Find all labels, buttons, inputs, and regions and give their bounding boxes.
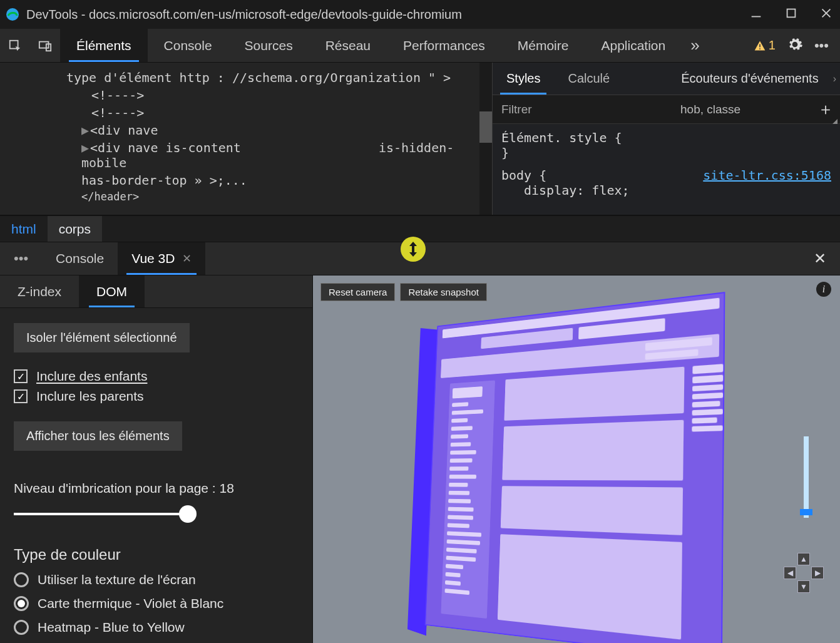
pan-right-button[interactable]: ▶	[811, 567, 824, 579]
tab-memory[interactable]: Mémoire	[501, 29, 585, 62]
subtab-listeners[interactable]: Écouteurs d'événements	[667, 63, 832, 95]
svg-rect-8	[759, 44, 761, 47]
styles-filter-row: Filtrer hob, classe ＋	[493, 95, 840, 124]
include-children-row[interactable]: ✓ Inclure des enfants	[14, 369, 299, 384]
tab-elements[interactable]: Éléments	[60, 29, 148, 62]
reset-camera-button[interactable]: Reset camera	[320, 283, 395, 301]
close-button[interactable]	[817, 6, 835, 23]
breadcrumb-item[interactable]: html	[0, 216, 48, 242]
isolate-element-button[interactable]: Isoler l'élément sélectionné	[14, 323, 190, 352]
pan-down-button[interactable]: ▼	[797, 580, 810, 593]
window-title: DevTools - docs.microsoft.com/en-us/micr…	[26, 8, 747, 22]
chevron-right-icon[interactable]: ›	[833, 73, 840, 85]
tab-network[interactable]: Réseau	[309, 29, 387, 62]
svg-rect-9	[759, 48, 761, 49]
class-toggle[interactable]: hob, classe	[680, 103, 740, 116]
radio-icon[interactable]	[14, 620, 29, 635]
show-all-elements-button[interactable]: Afficher tous les éléments	[14, 421, 182, 451]
stylesheet-link[interactable]: site-ltr.css:5168	[703, 168, 831, 183]
include-parents-row[interactable]: ✓ Inclure les parents	[14, 389, 299, 404]
radio-blue-row[interactable]: Heatmap - Blue to Yellow	[14, 620, 299, 635]
nesting-level-label: Niveau d'imbrication pour la page : 18	[14, 481, 299, 496]
breadcrumb-item[interactable]: corps	[48, 216, 102, 242]
checkbox-checked-icon[interactable]: ✓	[14, 389, 28, 403]
style-rule-close: }	[501, 145, 831, 160]
subtab-styles[interactable]: Styles	[493, 63, 554, 95]
main-tab-bar: Éléments Console Sources Réseau Performa…	[0, 29, 840, 63]
inspect-element-icon[interactable]	[0, 29, 30, 62]
maximize-button[interactable]	[782, 6, 800, 23]
dom-breadcrumb: html corps	[0, 215, 840, 242]
radio-purple-label: Carte thermique - Violet à Blanc	[38, 596, 223, 611]
subtab-zindex[interactable]: Z-index	[0, 275, 79, 307]
3d-canvas[interactable]: Reset camera Retake snapshot i	[313, 275, 840, 643]
drawer-tab-console[interactable]: Console	[42, 242, 118, 275]
tab-performance[interactable]: Performances	[387, 29, 501, 62]
new-style-rule-button[interactable]: ＋	[817, 98, 834, 120]
subtab-dom[interactable]: DOM	[79, 275, 145, 307]
tab-sources[interactable]: Sources	[228, 29, 309, 62]
radio-purple-row[interactable]: Carte thermique - Violet à Blanc	[14, 596, 299, 611]
device-mode-icon[interactable]	[30, 29, 60, 62]
filter-input[interactable]: Filtrer	[493, 103, 680, 116]
drawer-close-button[interactable]: ✕	[814, 250, 826, 267]
minimize-button[interactable]	[747, 6, 765, 23]
tab-application[interactable]: Application	[585, 29, 682, 62]
pan-dpad: ▲ ▼ ◀ ▶	[784, 553, 824, 593]
include-parents-label: Inclure les parents	[36, 389, 144, 404]
radio-icon[interactable]	[14, 572, 29, 587]
drawer-more-icon[interactable]: •••	[0, 250, 42, 267]
nav-cluster: ▲ ▼ ◀ ▶	[781, 436, 827, 593]
dom-line[interactable]: ▶<div nave	[66, 121, 492, 139]
tabs-overflow[interactable]: »	[682, 29, 708, 62]
dom-line[interactable]: has-border-top » >;...	[66, 172, 492, 189]
3dview-sidebar: Z-index DOM Isoler l'élément sélectionné…	[0, 275, 313, 643]
checkbox-checked-icon[interactable]: ✓	[14, 369, 28, 383]
svg-rect-6	[39, 41, 49, 48]
dom-line[interactable]: type d'élément http : //schema.org/Organ…	[66, 69, 492, 86]
dom-line[interactable]: <!---->	[66, 86, 492, 104]
color-type-heading: Type de couleur	[14, 546, 299, 563]
pan-up-button[interactable]: ▲	[797, 553, 810, 565]
dom-line[interactable]: </header>	[66, 189, 492, 204]
more-menu-icon[interactable]: •••	[814, 38, 829, 54]
resize-handle-icon[interactable]	[401, 237, 426, 262]
info-icon[interactable]: i	[816, 282, 831, 297]
tab-console[interactable]: Console	[148, 29, 228, 62]
svg-rect-2	[787, 9, 796, 17]
styles-panel: Styles Calculé Écouteurs d'événements › …	[492, 63, 840, 215]
zoom-slider[interactable]	[804, 436, 809, 518]
pan-left-button[interactable]: ◀	[784, 567, 796, 579]
styles-body[interactable]: Élément. style { } body { site-ltr.css:5…	[493, 124, 840, 204]
3d-dom-visualization[interactable]	[416, 290, 741, 643]
styles-subtabs: Styles Calculé Écouteurs d'événements ›	[493, 63, 840, 95]
include-children-label: Inclure des enfants	[36, 369, 147, 384]
close-icon[interactable]: ✕	[182, 252, 192, 265]
dom-tree-panel[interactable]: type d'élément http : //schema.org/Organ…	[0, 63, 492, 215]
edge-icon	[5, 7, 20, 22]
drawer-tab-3dview[interactable]: Vue 3D ✕	[118, 242, 205, 275]
subtab-computed[interactable]: Calculé	[554, 63, 623, 95]
retake-snapshot-button[interactable]: Retake snapshot	[400, 283, 487, 301]
style-rule[interactable]: body {	[501, 168, 546, 183]
radio-texture-row[interactable]: Utiliser la texture de l'écran	[14, 572, 299, 587]
warnings-indicator[interactable]: 1	[754, 38, 776, 53]
radio-texture-label: Utiliser la texture de l'écran	[38, 572, 196, 587]
dom-line[interactable]: <!---->	[66, 104, 492, 121]
scrollbar[interactable]	[479, 63, 492, 215]
radio-checked-icon[interactable]	[14, 596, 29, 611]
radio-blue-label: Heatmap - Blue to Yellow	[38, 620, 185, 635]
style-property[interactable]: display: flex;	[501, 183, 831, 198]
style-rule[interactable]: Élément. style {	[501, 130, 831, 145]
title-bar: DevTools - docs.microsoft.com/en-us/micr…	[0, 0, 840, 29]
settings-gear-icon[interactable]	[787, 36, 803, 55]
dom-line[interactable]: ▶<div nave is-contentis-hidden-mobile	[66, 139, 492, 172]
nesting-level-slider[interactable]	[14, 505, 202, 523]
3dview-subtabs: Z-index DOM	[0, 275, 312, 308]
